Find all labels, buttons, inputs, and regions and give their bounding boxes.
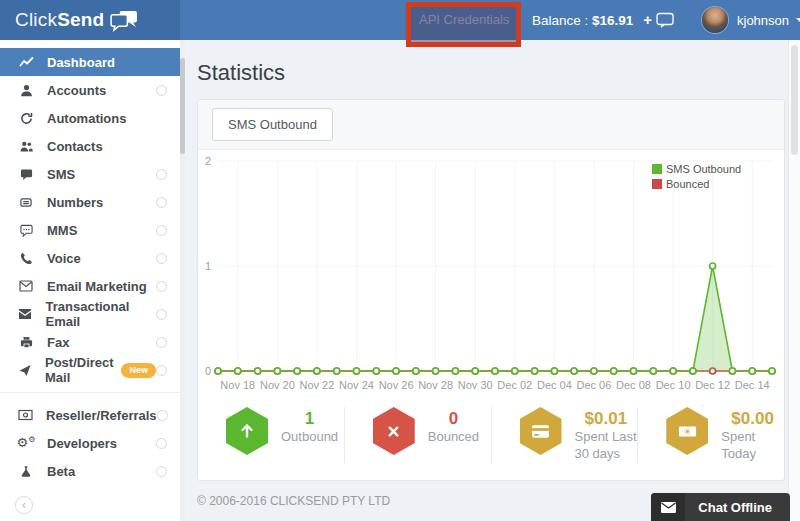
- chat-offline-button[interactable]: Chat Offline: [651, 493, 790, 521]
- sidebar-item-label: Post/Direct Mail: [45, 355, 114, 385]
- money-icon: [18, 409, 33, 421]
- comment-dots-icon: [18, 224, 34, 237]
- card-header: SMS Outbound: [198, 100, 784, 150]
- stat-label: Bounced: [428, 429, 479, 446]
- user-menu[interactable]: kjohnson: [702, 0, 800, 40]
- svg-text:Nov 26: Nov 26: [379, 379, 414, 391]
- chevron-down-icon: [796, 18, 800, 22]
- sidebar-collapse-button[interactable]: ‹: [15, 496, 33, 514]
- sidebar-item-label: Email Marketing: [47, 279, 147, 294]
- user-icon: [18, 84, 34, 97]
- sidebar-item-sms[interactable]: SMS: [0, 160, 180, 188]
- scrollbar-thumb[interactable]: [791, 45, 798, 155]
- sidebar-item-reseller-referrals[interactable]: Reseller/Referrals: [0, 401, 180, 429]
- svg-text:0: 0: [205, 365, 211, 377]
- sidebar-item-email-marketing[interactable]: Email Marketing: [0, 272, 180, 300]
- sidebar-item-label: Beta: [47, 464, 75, 479]
- top-header: ClickSend API Credentials Balance : $16.…: [0, 0, 800, 40]
- stats-row: 1Outbound0Bounced$0.01Spent Last 30 days…: [198, 400, 784, 480]
- username: kjohnson: [737, 13, 789, 28]
- refresh-icon: [18, 112, 34, 125]
- balance[interactable]: Balance : $16.91 +: [532, 0, 652, 41]
- brand-logo[interactable]: ClickSend: [0, 0, 180, 40]
- sidebar-item-automations[interactable]: Automations: [0, 104, 180, 132]
- sidebar-item-numbers[interactable]: Numbers: [0, 188, 180, 216]
- sidebar-item-label: Fax: [47, 335, 69, 350]
- sidebar-item-beta[interactable]: Beta: [0, 457, 180, 485]
- sidebar-item-fax[interactable]: Fax: [0, 328, 180, 356]
- svg-text:Nov 28: Nov 28: [418, 379, 453, 391]
- chevron-indicator: [156, 438, 167, 449]
- flask-icon: [18, 465, 34, 478]
- stat-value: $0.00: [721, 409, 784, 429]
- phone-icon: [18, 252, 34, 265]
- stat-value: $0.01: [575, 409, 638, 429]
- sidebar-item-label: Transactional Email: [45, 299, 156, 329]
- sidebar-item-label: Dashboard: [47, 55, 115, 70]
- users-icon: [18, 140, 34, 153]
- chart-legend: SMS OutboundBounced: [652, 163, 741, 190]
- sms-outbound-filter-button[interactable]: SMS Outbound: [212, 108, 333, 141]
- sidebar-item-contacts[interactable]: Contacts: [0, 132, 180, 160]
- line-chart-svg: 012Nov 18Nov 20Nov 22Nov 24Nov 26Nov 28N…: [202, 150, 780, 400]
- envelope-icon: [651, 493, 685, 521]
- svg-text:SMS Outbound: SMS Outbound: [666, 163, 741, 175]
- paper-plane-icon: [18, 364, 32, 377]
- chevron-indicator: [156, 281, 167, 292]
- svg-text:Dec 10: Dec 10: [656, 379, 691, 391]
- stat-outbound: 1Outbound: [198, 407, 344, 463]
- sidebar-item-label: Developers: [47, 436, 117, 451]
- chevron-indicator: [156, 169, 167, 180]
- fax-icon: [18, 336, 34, 349]
- api-credentials-link[interactable]: API Credentials: [419, 0, 509, 40]
- sidebar-item-voice[interactable]: Voice: [0, 244, 180, 272]
- chevron-indicator: [156, 225, 167, 236]
- svg-text:Dec 06: Dec 06: [576, 379, 611, 391]
- sidebar-item-label: Accounts: [47, 83, 106, 98]
- svg-text:Dec 14: Dec 14: [735, 379, 770, 391]
- page-scrollbar[interactable]: [788, 40, 800, 521]
- page-title: Statistics: [197, 60, 788, 86]
- stat-spent-today: $0.00Spent Today: [637, 407, 784, 463]
- svg-text:Nov 18: Nov 18: [220, 379, 255, 391]
- statistics-line-chart: 012Nov 18Nov 20Nov 22Nov 24Nov 26Nov 28N…: [202, 150, 780, 400]
- sidebar-item-dashboard[interactable]: Dashboard: [0, 48, 180, 76]
- sidebar-item-transactional-email[interactable]: Transactional Email: [0, 300, 180, 328]
- sim-card-icon: [18, 196, 34, 209]
- arrow-up-icon: [226, 407, 268, 455]
- svg-text:Nov 20: Nov 20: [260, 379, 295, 391]
- speech-bubbles-icon: [110, 9, 139, 32]
- balance-value: $16.91: [592, 13, 633, 28]
- svg-text:Dec 08: Dec 08: [616, 379, 651, 391]
- balance-label: Balance :: [532, 13, 588, 28]
- sidebar-scrollbar[interactable]: [180, 40, 185, 521]
- statistics-card: SMS Outbound 012Nov 18Nov 20Nov 22Nov 24…: [197, 99, 785, 481]
- scrollbar-thumb[interactable]: [180, 58, 185, 154]
- chevron-indicator: [156, 197, 167, 208]
- banknote-icon: [666, 407, 708, 455]
- sidebar-item-post-direct-mail[interactable]: Post/Direct MailNew: [0, 356, 180, 384]
- main-content: Statistics SMS Outbound 012Nov 18Nov 20N…: [180, 40, 788, 521]
- stat-label: Spent Last 30 days: [575, 429, 638, 463]
- svg-text:Nov 22: Nov 22: [299, 379, 334, 391]
- sidebar-item-label: Automations: [47, 111, 126, 126]
- add-credit-icon[interactable]: +: [643, 11, 652, 28]
- chevron-indicator: [156, 365, 167, 376]
- svg-text:Dec 02: Dec 02: [497, 379, 532, 391]
- chat-bubble-icon[interactable]: [656, 12, 674, 29]
- sidebar-item-label: Reseller/Referrals: [46, 408, 157, 423]
- chevron-indicator: [157, 410, 168, 421]
- sidebar-item-mms[interactable]: MMS: [0, 216, 180, 244]
- svg-text:Dec 04: Dec 04: [537, 379, 572, 391]
- sidebar-item-label: Numbers: [47, 195, 103, 210]
- sidebar-item-developers[interactable]: ⚙⚙Developers: [0, 429, 180, 457]
- svg-text:1: 1: [205, 260, 211, 272]
- sidebar-item-accounts[interactable]: Accounts: [0, 76, 180, 104]
- sidebar-item-label: Contacts: [47, 139, 103, 154]
- stat-value: 0: [428, 409, 479, 429]
- stat-label: Outbound: [281, 429, 338, 446]
- svg-text:Bounced: Bounced: [666, 178, 709, 190]
- new-badge: New: [121, 363, 156, 378]
- credit-card-icon: [520, 407, 562, 455]
- avatar: [702, 7, 728, 33]
